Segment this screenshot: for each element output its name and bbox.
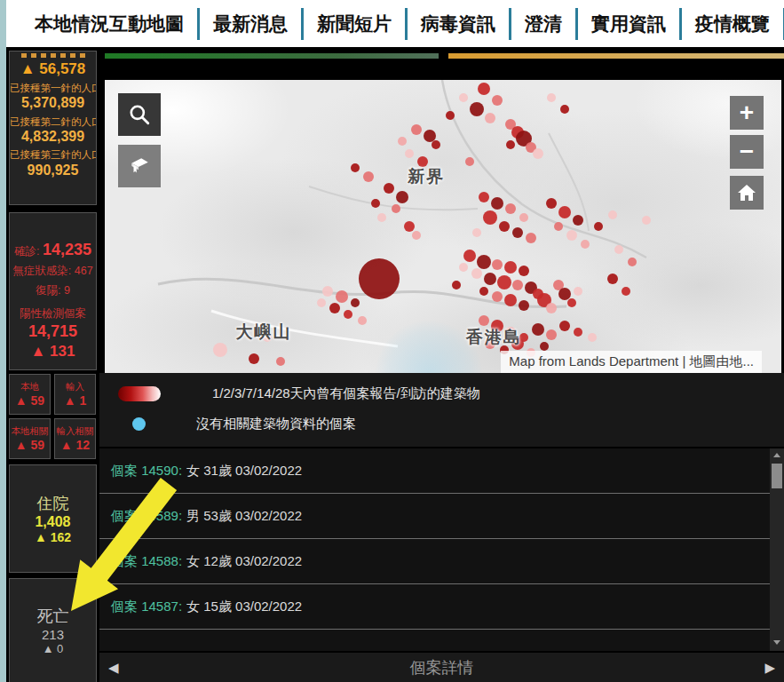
case-dot[interactable] <box>559 321 570 331</box>
case-dot[interactable] <box>484 273 496 285</box>
case-dot[interactable] <box>249 353 259 364</box>
case-dot[interactable] <box>533 148 543 159</box>
nav-tab-2[interactable]: 最新消息 <box>213 12 288 36</box>
case-dot[interactable] <box>628 258 637 266</box>
case-dot[interactable] <box>574 328 582 337</box>
case-dot[interactable] <box>446 111 455 120</box>
case-dot[interactable] <box>322 286 333 297</box>
case-dot[interactable] <box>432 140 440 149</box>
case-dot[interactable] <box>317 298 326 307</box>
case-dot[interactable] <box>588 333 597 342</box>
case-dot[interactable] <box>554 222 563 231</box>
scroll-down-button[interactable] <box>770 636 784 649</box>
case-dot[interactable] <box>573 215 583 226</box>
nav-tab-7[interactable]: 疫情概覽 <box>695 12 770 36</box>
case-dot[interactable] <box>492 95 503 106</box>
case-dot[interactable] <box>607 274 618 284</box>
next-page-button[interactable]: ▶ <box>756 660 784 676</box>
scrollbar-thumb[interactable] <box>772 464 782 488</box>
case-dot[interactable] <box>363 171 374 182</box>
case-dot[interactable] <box>574 287 582 296</box>
case-dot[interactable] <box>504 294 517 306</box>
case-dot[interactable] <box>540 342 549 351</box>
zoom-in-button[interactable]: + <box>730 96 764 130</box>
case-dot[interactable] <box>504 261 517 274</box>
case-dot[interactable] <box>546 329 557 340</box>
case-dot[interactable] <box>594 222 603 231</box>
case-dot[interactable] <box>351 163 360 172</box>
case-dot[interactable] <box>477 255 491 269</box>
case-dot[interactable] <box>497 275 511 289</box>
case-link[interactable]: 個案 14588: <box>111 553 182 570</box>
case-dot[interactable] <box>465 157 474 166</box>
case-dot[interactable] <box>483 210 497 225</box>
case-dot[interactable] <box>459 93 468 102</box>
case-dot[interactable] <box>485 113 495 123</box>
case-dot[interactable] <box>344 310 352 319</box>
case-dot[interactable] <box>463 250 476 262</box>
case-dot[interactable] <box>560 105 569 114</box>
case-dot[interactable] <box>404 221 415 232</box>
case-dot[interactable] <box>512 280 523 290</box>
case-dot[interactable] <box>492 259 503 270</box>
prev-page-button[interactable]: ◀ <box>99 660 128 676</box>
case-dot[interactable] <box>499 221 510 232</box>
case-row[interactable]: 個案 14590:女 31歲 03/02/2022 <box>99 448 784 494</box>
case-dot[interactable] <box>622 287 630 296</box>
case-dot[interactable] <box>412 231 421 240</box>
case-list-scrollbar[interactable] <box>770 448 784 651</box>
case-dot[interactable] <box>642 216 651 225</box>
case-dot[interactable] <box>371 199 380 208</box>
case-dot[interactable] <box>547 93 556 102</box>
case-dot[interactable] <box>276 357 285 366</box>
case-dot[interactable] <box>479 287 488 296</box>
case-dot[interactable] <box>471 268 482 279</box>
map-bookmark-button[interactable] <box>118 145 161 187</box>
case-row[interactable]: 個案 14588:女 12歲 03/02/2022 <box>99 539 784 584</box>
nav-tab-6[interactable]: 實用資訊 <box>591 12 666 36</box>
case-dot[interactable] <box>392 204 400 213</box>
case-dot[interactable] <box>329 303 340 313</box>
case-dot[interactable] <box>405 149 414 158</box>
case-dot[interactable] <box>532 323 544 336</box>
case-dot[interactable] <box>526 233 536 243</box>
case-dot[interactable] <box>614 245 623 254</box>
interactive-map[interactable]: 新界大嶼山香港島 + − <box>105 80 781 373</box>
case-dot[interactable] <box>581 240 590 249</box>
case-dot[interactable] <box>519 300 529 311</box>
case-dot[interactable] <box>384 183 394 194</box>
map-search-button[interactable] <box>118 93 161 136</box>
case-dot[interactable] <box>472 228 481 237</box>
case-dot[interactable] <box>396 191 408 203</box>
case-dot[interactable] <box>411 124 422 135</box>
case-dot[interactable] <box>506 140 515 149</box>
case-dot[interactable] <box>479 315 489 326</box>
case-dot[interactable] <box>608 210 617 219</box>
nav-tab-3[interactable]: 新聞短片 <box>317 12 392 36</box>
case-dot[interactable] <box>546 303 557 313</box>
case-dot[interactable] <box>398 137 407 146</box>
case-dot[interactable] <box>492 291 503 302</box>
nav-tab-5[interactable]: 澄清 <box>525 12 562 36</box>
nav-tab-4[interactable]: 病毒資訊 <box>421 12 495 36</box>
case-dot[interactable] <box>359 258 400 299</box>
case-row[interactable]: 個案 14587:女 15歲 03/02/2022 <box>99 584 784 630</box>
case-dot[interactable] <box>505 203 516 214</box>
case-dot[interactable] <box>546 198 557 209</box>
case-dot[interactable] <box>351 298 360 307</box>
case-link[interactable]: 個案 14587: <box>111 599 182 615</box>
case-dot[interactable] <box>558 206 571 218</box>
zoom-out-button[interactable]: − <box>730 135 764 169</box>
case-dot[interactable] <box>491 197 503 210</box>
case-dot[interactable] <box>213 343 227 357</box>
case-link[interactable]: 個案 14590: <box>111 463 182 480</box>
home-extent-button[interactable] <box>730 176 764 210</box>
case-dot[interactable] <box>470 102 484 116</box>
case-row[interactable]: 個案 14589:男 53歲 03/02/2022 <box>99 494 784 539</box>
case-dot[interactable] <box>519 266 529 276</box>
case-dot[interactable] <box>358 316 367 325</box>
case-dot[interactable] <box>512 227 523 238</box>
case-link[interactable]: 個案 14589: <box>111 508 182 525</box>
case-dot[interactable] <box>519 213 528 222</box>
case-dot[interactable] <box>452 281 461 289</box>
